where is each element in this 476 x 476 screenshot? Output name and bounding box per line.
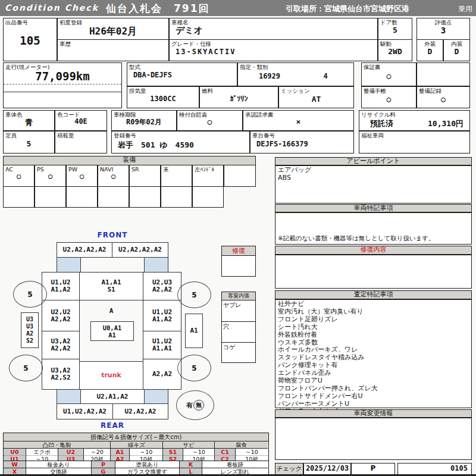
appeal-line: エアバッグ: [275, 166, 471, 174]
recycle-fee-label: リサイクル料: [359, 111, 469, 118]
appeal-line: ABS: [275, 174, 471, 181]
wheel-rear-left: 5: [9, 355, 43, 381]
capacity-label: 定員: [4, 131, 54, 139]
approval-cell: 承認請求書 ×: [243, 110, 354, 131]
recycle-fee-value: 10,310円: [428, 118, 464, 129]
assessment-line: シート汚れ大: [275, 323, 471, 331]
type-value: 16929: [259, 72, 280, 80]
first-registration-cell: 初度登録 H26年02月: [57, 18, 169, 40]
inspection-cell: 車検期限 R09年02月: [111, 110, 177, 131]
equipment-value-pw: ○: [67, 172, 97, 180]
appeal-header: アピールポイント: [275, 157, 472, 165]
inspection-value: R09年02月: [112, 117, 176, 127]
cabin-row-hole: 穴: [222, 322, 255, 343]
exterior-grade-value: D: [417, 47, 443, 56]
brand-logo: Condition Check: [5, 3, 99, 12]
maintenance-record-label: 整備記録: [417, 87, 469, 95]
welfare-vehicle-cell: 福祉車両: [359, 131, 470, 154]
right-rear-door-cell: U1,U2 A1,A1: [143, 331, 181, 359]
drive-cell: 駆動 2WD: [378, 39, 412, 61]
maintenance-book-label: 整備手帳: [362, 87, 416, 95]
front-label: FRONT: [83, 231, 142, 239]
assessment-line: 荷物室フロアU: [275, 377, 471, 384]
legend-code: S1: [163, 449, 183, 456]
registration-number-label: 登録番号: [112, 131, 249, 139]
registration-number-cell: 登録番号 岩手 501 ゆ 4590: [111, 131, 250, 154]
mark-value: 看板跡: [202, 461, 268, 468]
approval-value: ×: [243, 117, 353, 126]
check-label-cell: チェック: [275, 463, 303, 475]
body-color-value: 青: [4, 117, 54, 128]
right-rocker-cell: A1: [185, 314, 203, 348]
equipment-empty-1: [3, 186, 35, 208]
change-info-body: [275, 418, 472, 460]
appeal-body: エアバッグ ABS: [275, 165, 472, 203]
mark-value: 塗装あり: [115, 461, 180, 468]
assessment-line: フロント足廻りズレ: [275, 315, 471, 323]
recycle-fee-cell: リサイクル料 預託済 10,310円: [359, 110, 470, 131]
repair-marks-row1: W 板金あり P 塗装あり K 看板跡: [4, 461, 268, 468]
legend-code: U2: [58, 449, 84, 456]
class-value: 4: [324, 72, 328, 80]
grade-label: グレード・仕様: [170, 40, 377, 48]
headlight-left-shade: [57, 257, 81, 273]
equipment-value-ps: ○: [35, 172, 65, 180]
roof-cell: U0,A1 A1: [90, 321, 134, 341]
front-bumper-right-cell: U2,A2,A2,A2: [112, 242, 168, 258]
repair-flag-title: 修復: [222, 246, 255, 256]
equipment-value-navi: ○: [98, 172, 129, 180]
headlight-right-shade: [144, 257, 168, 273]
mileage-value: 77,099km: [4, 70, 121, 83]
auction-condition-sheet: Condition Check 仙台入札会 791回 引取場所：宮城県仙台市宮城…: [0, 0, 476, 476]
legend-code: A1: [111, 449, 130, 456]
damage-legend-title: 損傷記号＆損傷サイズ(～最大cm): [4, 433, 268, 441]
legend-value: エクボ: [26, 449, 58, 456]
mark-code: P: [92, 461, 115, 468]
mileage-divider-solid: [4, 92, 121, 92]
legend-value: ～10: [130, 449, 163, 456]
maintenance-record-cell: 整備記録 ○: [416, 86, 470, 108]
left-rocker-cell: U3 U3 A2 S2: [21, 312, 39, 348]
equipment-empty-2: [35, 186, 66, 208]
displacement-value: 1300CC: [127, 95, 199, 103]
insurance-value: ○: [177, 117, 242, 126]
warranty-label: 保証書: [362, 63, 416, 71]
fuel-value: ｶﾞｿﾘﾝ: [200, 95, 278, 103]
assessment-line: エンドパネル歪み: [275, 369, 471, 377]
legend-value: ～10: [183, 449, 215, 456]
hood-cell: A1,A1 S1: [79, 272, 143, 300]
equipment-label-leather: 革: [161, 165, 192, 173]
equipment-cell-navi: NAVI ○: [98, 165, 129, 187]
equipment-value-ac: ○: [4, 172, 34, 180]
damage-legend-row1: U0 エクボ U2 ～20 A1 ～10 S1 ～10 C1 ～10: [4, 449, 268, 456]
assessment-line: フロントバンパー押され、ズレ大: [275, 384, 471, 392]
rear-panel-cell: U2,A1,A2: [80, 389, 145, 404]
equipment-cell-spare: [224, 165, 256, 187]
body-color-cell: 車体色 青: [3, 110, 55, 131]
assessment-line: 室内汚れ（大）室内臭い有り: [275, 308, 471, 315]
capacity-cell: 定員 5: [3, 131, 55, 154]
assessment-line: スタッドレスタイヤ積み込み: [275, 353, 471, 361]
drive-value: 2WD: [378, 47, 412, 56]
load-capacity-cell: 積載量: [55, 131, 107, 154]
vehicle-notes-header: 車両特記事項: [275, 204, 472, 212]
equipment-label-sr: SR: [130, 165, 160, 173]
equipment-empty-3: [66, 186, 98, 208]
color-code-cell: 色コード 40E: [55, 110, 107, 131]
assessment-line: 外装鉄粉付着: [275, 331, 471, 339]
repair-detail-header: 修復内容: [275, 246, 472, 255]
wheel-rear-right: 5: [177, 355, 211, 381]
trunk-cell: trunk: [79, 361, 143, 390]
vehicle-notes-disclaimer: ※記載のない書類・機器等は無しとして取り扱います。: [278, 234, 435, 243]
front-bumper-left-cell: U2,A2,A2,A2: [57, 242, 112, 258]
legend-group-corrosion: 腐食: [215, 441, 268, 449]
type-class-label: 指定・類別: [238, 63, 353, 71]
pickup-location: 引取場所：宮城県仙台市宮城野区港: [286, 4, 409, 14]
model-code-value: DBA-DEJFS: [127, 71, 237, 79]
mark-code: K: [180, 461, 202, 468]
cabin-row-burn: コゲ: [222, 343, 255, 363]
displacement-cell: 排気量 1300CC: [127, 86, 199, 108]
maintenance-book-value: ○: [362, 95, 416, 104]
repair-flag-box: 修復: [221, 246, 256, 277]
insurance-cell: 検付自賠責 ○: [177, 110, 243, 131]
